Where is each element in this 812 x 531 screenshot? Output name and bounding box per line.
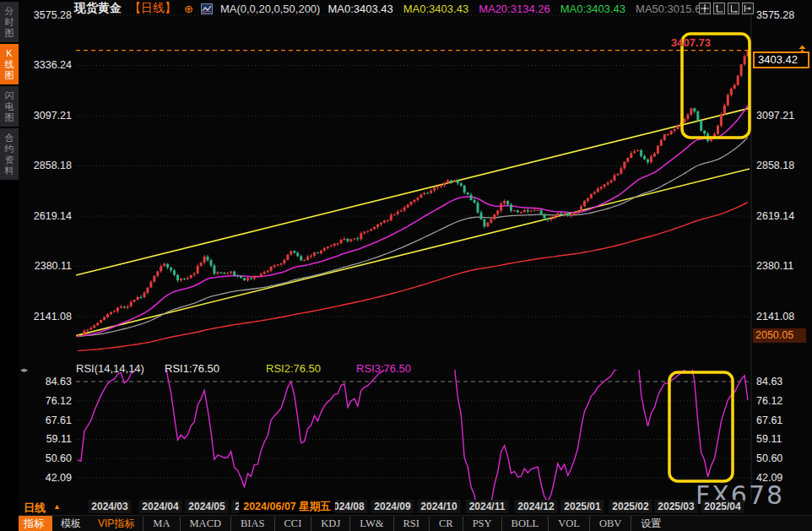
indicator-button-RSI[interactable]: RSI xyxy=(393,517,429,531)
price-up-arrows-icon xyxy=(797,43,808,58)
y-axis-label: 42.09 xyxy=(23,472,72,484)
price-axis-right: 3575.283336.243097.212858.182619.142380.… xyxy=(756,0,810,531)
x-axis-label: 2024/09 xyxy=(371,500,414,513)
indicator-button-OBV[interactable]: OBV xyxy=(589,517,631,531)
symbol-name: 现货黄金 xyxy=(74,1,122,16)
x-axis-label: 2025/04 xyxy=(701,500,744,513)
y-axis-label: 67.61 xyxy=(756,415,810,426)
y-axis-label: 59.11 xyxy=(756,433,810,445)
range-low-badge: 2050.05 xyxy=(753,328,806,343)
footer-tab-模板[interactable]: 模板 xyxy=(52,516,89,531)
scale-x-axis-icon[interactable] xyxy=(728,3,739,14)
ma-chart-icon[interactable] xyxy=(201,3,213,14)
y-axis-label: 84.63 xyxy=(756,376,810,387)
x-axis-label: 2024/10 xyxy=(417,500,460,513)
chart-type-sidebar: 分 时 图K 线 图闪 电 图合 约 资 料 xyxy=(0,0,19,531)
y-axis-label: 84.63 xyxy=(23,376,72,387)
y-axis-label: 67.61 xyxy=(23,415,72,426)
y-axis-label: 3097.21 xyxy=(756,110,810,122)
indicator-button-CR[interactable]: CR xyxy=(429,517,463,531)
y-axis-label: 3336.24 xyxy=(23,59,72,71)
rsi-pane-toggle-icon[interactable]: ◂▸ xyxy=(20,366,28,374)
rsi-readout: RSI2:76.50 xyxy=(266,362,321,375)
y-axis-label: 2141.08 xyxy=(23,311,72,322)
y-axis-label: 2380.11 xyxy=(756,260,810,272)
sidebar-tab-K线图[interactable]: K 线 图 xyxy=(0,44,19,84)
indicator-button-MA[interactable]: MA xyxy=(143,517,179,531)
x-axis-label: 2024/12 xyxy=(514,500,557,513)
sidebar-tab-分时图[interactable]: 分 时 图 xyxy=(0,2,19,42)
ma-readout: MA50:3015.6 xyxy=(636,3,701,15)
indicator-button-CCI[interactable]: CCI xyxy=(274,517,311,531)
ma-formula: MA(0,0,20,0,50,200) xyxy=(220,3,321,15)
period-tag: 【日线】 xyxy=(129,1,176,16)
chart-header: 现货黄金 【日线】 ⊕ MA(0,0,20,0,50,200) MA0:3403… xyxy=(74,2,701,15)
candlestick-chart[interactable] xyxy=(0,0,812,531)
period-selector[interactable]: 日线 xyxy=(24,501,46,516)
rsi-readout: RSI3:76.50 xyxy=(356,362,411,375)
y-axis-label: 3575.28 xyxy=(23,9,72,21)
y-axis-label: 2858.18 xyxy=(756,160,810,171)
y-axis-label: 50.60 xyxy=(756,452,810,464)
ma-readout: MA20:3134.26 xyxy=(479,3,550,15)
x-axis-label: 2025/02 xyxy=(609,500,652,513)
x-axis-label: 2025/03 xyxy=(654,500,697,513)
ma-readout: MA0:3403.43 xyxy=(403,3,468,15)
rsi-readout: RSI1:76.50 xyxy=(165,362,219,375)
y-axis-label: 3575.28 xyxy=(756,9,810,21)
indicator-button-LW&[interactable]: LW& xyxy=(349,517,392,531)
add-overlay-icon[interactable]: ⊕ xyxy=(184,3,193,14)
indicator-buttons: MAMACDBIASCCIKDJLW&RSICRPSYBOLLVOLOBV xyxy=(143,517,631,531)
y-axis-label: 2141.08 xyxy=(756,311,810,322)
footer-tab-指标[interactable]: 指标 xyxy=(15,516,52,531)
sidebar-tab-合约资料[interactable]: 合 约 资 料 xyxy=(0,128,19,180)
footer-tab-VIP指标[interactable]: VIP指标 xyxy=(89,516,143,531)
x-axis-label: 2024/03 xyxy=(88,500,131,513)
x-axis-label: 2024/11 xyxy=(466,500,509,513)
y-axis-label: 76.12 xyxy=(23,395,72,407)
indicator-button-VOL[interactable]: VOL xyxy=(548,517,589,531)
ma-readout: MA0:3403.43 xyxy=(560,3,625,15)
scale-y-axis-icon[interactable] xyxy=(713,3,725,14)
trading-app: 分 时 图K 线 图闪 电 图合 约 资 料 现货黄金 【日线】 ⊕ MA(0,… xyxy=(0,0,812,531)
price-axis-left: 3575.283336.243097.212858.182619.142380.… xyxy=(23,0,72,531)
x-axis-label: 2024/05 xyxy=(185,500,228,513)
y-axis-label: 2858.18 xyxy=(23,160,72,171)
x-axis-label: 2024/04 xyxy=(138,500,181,513)
crosshair-date-tooltip: 2024/06/07 星期五 xyxy=(239,499,335,514)
footer-tabs: 指标模板VIP指标 xyxy=(15,516,143,531)
indicator-button-KDJ[interactable]: KDJ xyxy=(311,517,349,531)
settings-button[interactable]: 设置 xyxy=(631,516,670,531)
y-axis-label: 3097.21 xyxy=(23,110,72,122)
collapse-panel-icon[interactable] xyxy=(742,3,754,14)
y-axis-label: 50.60 xyxy=(23,452,72,464)
indicator-button-MACD[interactable]: MACD xyxy=(180,517,231,531)
indicator-button-PSY[interactable]: PSY xyxy=(463,517,501,531)
period-arrow-icon[interactable]: ▲ xyxy=(53,502,61,511)
y-axis-label: 59.11 xyxy=(23,433,72,445)
ma-readout: MA0:3403.43 xyxy=(328,3,392,15)
chart-toolbar xyxy=(699,3,754,14)
y-axis-label: 2619.14 xyxy=(756,210,810,222)
y-axis-label: 2380.11 xyxy=(23,260,72,272)
y-axis-label: 42.09 xyxy=(756,472,810,484)
y-axis-label: 2619.14 xyxy=(23,210,72,222)
x-axis-label: 2025/01 xyxy=(560,500,604,513)
x-axis-row: 日线 ▲ 2024/032024/042024/052024/062024/07… xyxy=(0,499,812,515)
rsi-title: RSI(14,14,14) xyxy=(76,362,144,375)
indicator-button-BIAS[interactable]: BIAS xyxy=(230,517,273,531)
indicator-toolbar: 指标模板VIP指标 MAMACDBIASCCIKDJLW&RSICRPSYBOL… xyxy=(0,515,812,531)
y-axis-label: 76.12 xyxy=(756,395,810,407)
ma-readouts: MA0:3403.43MA0:3403.43MA20:3134.26MA0:34… xyxy=(328,3,701,15)
crosshair-icon[interactable] xyxy=(699,3,711,14)
indicator-button-BOLL[interactable]: BOLL xyxy=(501,517,549,531)
sidebar-tab-闪电图[interactable]: 闪 电 图 xyxy=(0,86,19,127)
high-price-annotation: 3407.73 xyxy=(671,36,711,49)
